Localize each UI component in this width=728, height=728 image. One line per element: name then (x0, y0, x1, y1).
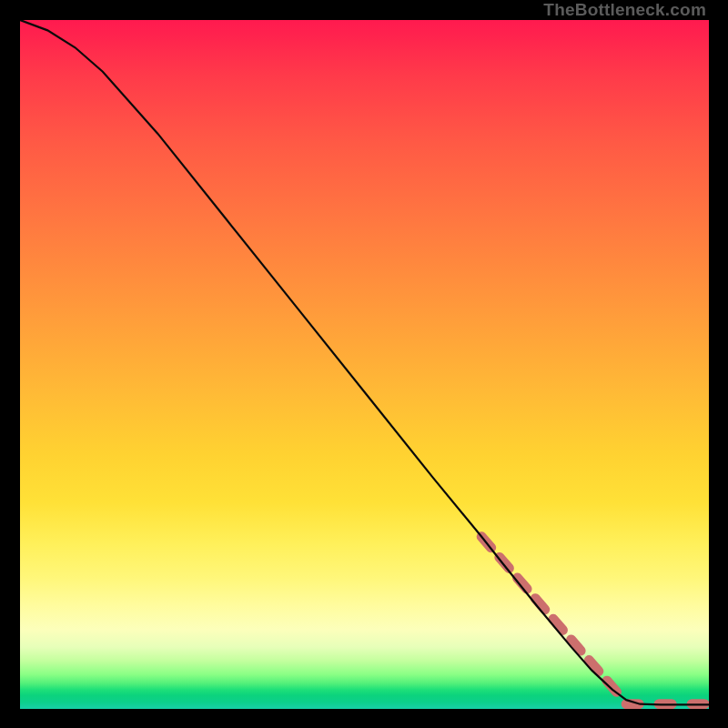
watermark-text: TheBottleneck.com (543, 0, 706, 20)
chart-stage: TheBottleneck.com (0, 0, 728, 728)
plot-area (20, 20, 709, 709)
